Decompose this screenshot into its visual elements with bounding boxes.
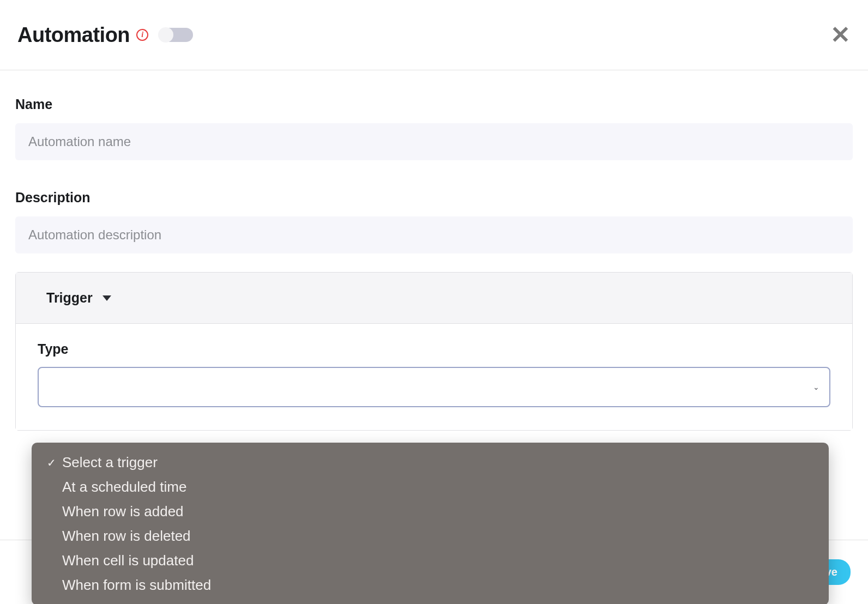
description-label: Description	[15, 190, 853, 206]
type-label: Type	[38, 341, 830, 357]
dropdown-option-form-submitted[interactable]: ✓ When form is submitted	[32, 573, 829, 597]
trigger-type-select[interactable]: ⌄	[38, 367, 830, 407]
trigger-body: Type ⌄	[16, 324, 852, 430]
page-title: Automation	[17, 23, 130, 47]
select-caret-icon: ⌄	[813, 383, 819, 391]
description-input[interactable]	[15, 216, 853, 253]
dropdown-option-scheduled-time[interactable]: ✓ At a scheduled time	[32, 475, 829, 499]
chevron-down-icon	[103, 295, 111, 301]
trigger-type-dropdown: ✓ Select a trigger ✓ At a scheduled time…	[32, 443, 829, 604]
dropdown-option-label: When form is submitted	[62, 577, 211, 594]
trigger-title: Trigger	[46, 290, 93, 306]
dropdown-option-label: Select a trigger	[62, 454, 158, 471]
dropdown-option-cell-updated[interactable]: ✓ When cell is updated	[32, 548, 829, 573]
automation-enabled-toggle[interactable]	[159, 28, 193, 42]
dropdown-option-row-added[interactable]: ✓ When row is added	[32, 499, 829, 524]
name-input[interactable]	[15, 123, 853, 160]
dropdown-option-label: When row is deleted	[62, 528, 191, 545]
header-left: Automation	[17, 23, 193, 47]
dropdown-option-select-a-trigger[interactable]: ✓ Select a trigger	[32, 450, 829, 475]
dropdown-option-label: At a scheduled time	[62, 479, 186, 496]
dropdown-option-label: When cell is updated	[62, 552, 194, 569]
dropdown-option-label: When row is added	[62, 503, 184, 520]
error-info-icon[interactable]	[136, 29, 148, 41]
trigger-section: Trigger Type ⌄	[15, 272, 853, 431]
dropdown-option-row-deleted[interactable]: ✓ When row is deleted	[32, 524, 829, 548]
check-icon: ✓	[47, 456, 62, 469]
name-field-group: Name	[15, 96, 853, 160]
modal-header: Automation ✕	[0, 0, 868, 70]
description-field-group: Description	[15, 190, 853, 253]
name-label: Name	[15, 96, 853, 112]
close-icon[interactable]: ✕	[830, 23, 851, 47]
modal-content: Name Description Trigger Type ⌄	[0, 70, 868, 431]
trigger-header[interactable]: Trigger	[16, 273, 852, 324]
toggle-knob	[158, 27, 173, 43]
